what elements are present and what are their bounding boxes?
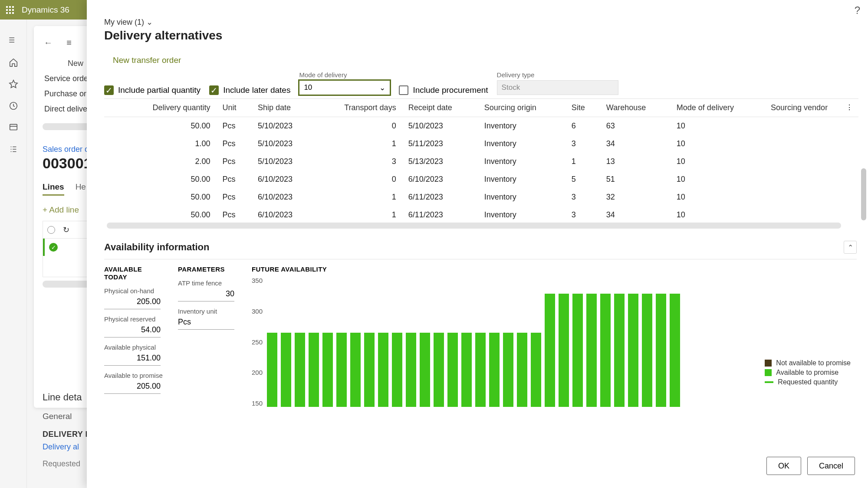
column-header[interactable]: Unit — [217, 99, 252, 117]
chart-bar — [614, 294, 625, 407]
table-cell: 10 — [671, 170, 765, 188]
home-icon[interactable] — [9, 58, 18, 67]
table-row[interactable]: 50.00Pcs6/10/202316/11/2023Inventory3321… — [104, 188, 858, 206]
table-cell: 3 — [566, 188, 600, 206]
table-cell: 5/10/2023 — [252, 153, 316, 170]
chart-bar — [420, 333, 430, 407]
delivery-type-field: Stock — [497, 80, 618, 95]
chart-bar — [628, 294, 638, 407]
table-cell: 13 — [600, 153, 671, 170]
radio-empty-icon[interactable] — [47, 226, 55, 234]
table-cell: 6/10/2023 — [252, 188, 316, 206]
table-cell: Pcs — [217, 188, 252, 206]
hamburger-icon[interactable]: ☰ — [9, 36, 18, 46]
table-row[interactable]: 50.00Pcs5/10/202305/10/2023Inventory6631… — [104, 117, 858, 135]
table-cell: 1 — [316, 206, 402, 224]
legend-not-atp: Not available to promise — [776, 359, 851, 367]
reserved-label: Physical reserved — [104, 315, 165, 323]
table-cell: Inventory — [478, 117, 566, 135]
table-cell: 5/10/2023 — [252, 117, 316, 135]
view-selector[interactable]: My view (1) ⌄ — [104, 17, 868, 27]
table-cell: 50.00 — [122, 188, 217, 206]
table-cell: 6 — [566, 117, 600, 135]
chart-bar — [406, 333, 416, 407]
include-partial-checkbox[interactable]: ✓ — [104, 85, 114, 95]
chart-bar — [586, 294, 597, 407]
table-cell: Pcs — [217, 206, 252, 224]
chart-bar — [656, 294, 666, 407]
check-circle-icon: ✓ — [49, 243, 58, 252]
chart-bar — [475, 333, 486, 407]
column-header[interactable]: Mode of delivery — [671, 99, 765, 117]
column-header[interactable]: Warehouse — [600, 99, 671, 117]
table-row[interactable]: 50.00Pcs6/10/202316/11/2023Inventory3341… — [104, 206, 858, 224]
tab-lines[interactable]: Lines — [43, 182, 64, 196]
future-availability-title: FUTURE AVAILABILITY — [252, 265, 327, 273]
column-header[interactable]: Ship date — [252, 99, 316, 117]
filter-bar: ✓ Include partial quantity ✓ Include lat… — [104, 71, 868, 95]
column-header[interactable]: Sourcing origin — [478, 99, 566, 117]
table-cell: Inventory — [478, 135, 566, 153]
table-cell: 1 — [316, 188, 402, 206]
help-icon[interactable]: ? — [855, 4, 860, 16]
app-name: Dynamics 36 — [22, 5, 69, 15]
table-row[interactable]: 50.00Pcs6/10/202306/10/2023Inventory5511… — [104, 170, 858, 188]
chart-bar — [489, 333, 500, 407]
include-procurement-label: Include procurement — [413, 85, 488, 95]
column-header[interactable]: Delivery quantity — [122, 99, 217, 117]
mode-of-delivery-select[interactable]: 10⌄ — [299, 80, 390, 95]
panel-menu-icon[interactable]: ≡ — [63, 37, 75, 48]
star-icon[interactable] — [9, 79, 18, 89]
table-cell: 51 — [600, 170, 671, 188]
chart-bar — [434, 333, 444, 407]
ok-button[interactable]: OK — [766, 457, 801, 475]
column-header[interactable]: Site — [566, 99, 600, 117]
new-transfer-order-button[interactable]: New transfer order — [113, 56, 868, 65]
vertical-scrollbar[interactable] — [861, 168, 866, 220]
table-cell: 2.00 — [122, 153, 217, 170]
table-cell: 6/10/2023 — [252, 170, 316, 188]
chart-bar — [572, 294, 583, 407]
atp-value: 205.00 — [104, 379, 161, 394]
table-cell: 5/11/2023 — [402, 135, 478, 153]
horizontal-scrollbar[interactable] — [107, 223, 841, 229]
table-cell: 5/10/2023 — [252, 135, 316, 153]
table-cell: 63 — [600, 117, 671, 135]
include-later-label: Include later dates — [223, 85, 290, 95]
table-cell: Pcs — [217, 135, 252, 153]
chart-bar — [503, 333, 513, 407]
column-options-icon[interactable]: ⋮ — [843, 103, 856, 111]
table-cell: Inventory — [478, 153, 566, 170]
chart-bar — [447, 333, 458, 407]
refresh-icon[interactable]: ↻ — [63, 225, 69, 235]
table-cell: 34 — [600, 135, 671, 153]
legend-swatch-atp — [765, 369, 772, 376]
workspace-icon[interactable] — [9, 123, 18, 132]
table-cell: 0 — [316, 170, 402, 188]
on-hand-value: 205.00 — [104, 295, 161, 309]
clock-icon[interactable] — [9, 101, 18, 111]
back-icon[interactable]: ← — [43, 37, 54, 48]
waffle-icon[interactable] — [6, 6, 14, 14]
mode-of-delivery-label: Mode of delivery — [299, 71, 390, 79]
table-row[interactable]: 2.00Pcs5/10/202335/13/2023Inventory11310 — [104, 153, 858, 170]
column-header[interactable]: Receipt date — [402, 99, 478, 117]
on-hand-label: Physical on-hand — [104, 287, 165, 295]
chevron-down-icon: ⌄ — [146, 18, 153, 26]
chart-bar — [545, 294, 555, 407]
collapse-section-button[interactable]: ⌃ — [844, 241, 857, 254]
table-row[interactable]: 1.00Pcs5/10/202315/11/2023Inventory33410 — [104, 135, 858, 153]
reserved-value: 54.00 — [104, 323, 161, 337]
column-header[interactable]: Transport days — [316, 99, 402, 117]
delivery-alternatives-dialog: My view (1) ⌄ Delivery alternatives New … — [87, 0, 868, 488]
table-cell: 3 — [566, 135, 600, 153]
chart-bar — [559, 294, 569, 407]
chart-bar — [364, 333, 375, 407]
cancel-button[interactable]: Cancel — [807, 457, 855, 475]
include-partial-label: Include partial quantity — [118, 85, 201, 95]
atp-fence-value: 30 — [178, 287, 234, 301]
include-later-checkbox[interactable]: ✓ — [209, 85, 219, 95]
tab-header[interactable]: He — [76, 182, 86, 196]
list-icon[interactable] — [9, 144, 18, 154]
include-procurement-checkbox[interactable] — [399, 85, 408, 95]
